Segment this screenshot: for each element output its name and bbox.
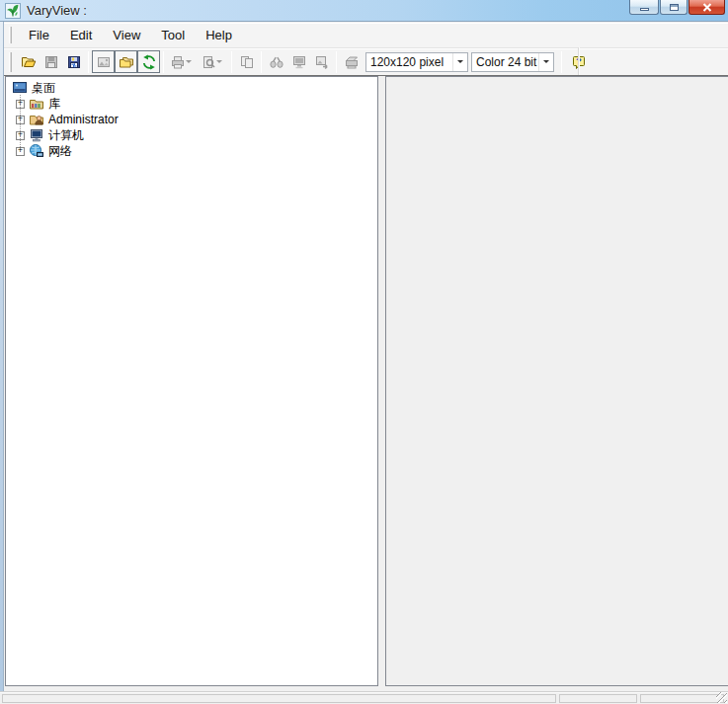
network-icon [29,143,44,159]
menu-bar: File Edit View Tool Help [4,23,728,47]
tree-item-libraries[interactable]: + 库 [6,96,377,112]
print-preview-button[interactable] [198,50,228,74]
window-controls [628,0,725,15]
binoculars-icon [269,54,284,70]
tree-label-libraries: 库 [48,96,60,113]
maximize-icon [670,4,679,11]
toolbar: 120x120 pixel Color 24 bit ? [4,47,728,75]
tree-connector-line [20,95,21,151]
libraries-icon [29,96,44,112]
tree-item-desktop[interactable]: 桌面 [6,80,377,96]
print-dropdown-arrow[interactable] [186,60,192,66]
toolbar-separator [163,51,164,73]
content-panel [385,76,728,686]
scanner-icon [344,54,360,70]
folder-view-button[interactable] [115,50,137,73]
print-icon [170,54,186,70]
resize-grip[interactable] [716,692,727,703]
tree-label-computer: 计算机 [48,127,84,144]
print-button[interactable] [167,50,198,74]
tree-label-administrator: Administrator [48,113,119,126]
toolbar-separator [336,51,337,73]
toolbar-separator [261,51,262,73]
print-preview-dropdown-arrow[interactable] [216,60,222,66]
toolbar-band-edge [578,47,580,75]
status-bar [0,691,728,704]
thumbnail-view-button[interactable] [92,50,115,73]
minimize-icon [640,8,649,11]
close-icon [702,3,712,12]
titlebar[interactable]: VaryView : [0,0,728,22]
save-all-disk-icon [66,54,82,70]
status-pane-secondary [559,694,637,703]
export-image-icon [314,54,330,70]
folders-icon [119,54,134,70]
save-all-button[interactable] [62,50,85,74]
panel-splitter[interactable] [378,76,385,686]
toolbar-separator [561,51,562,73]
copy-button[interactable] [235,50,258,74]
maximize-button[interactable] [660,0,688,15]
thumbnail-view-icon [96,54,112,70]
open-folder-icon [21,54,37,70]
image-size-combobox[interactable]: 120x120 pixel [365,52,468,72]
refresh-button[interactable] [137,50,160,73]
find-button[interactable] [265,50,287,74]
menu-help[interactable]: Help [197,25,241,45]
window-title: VaryView : [27,3,87,18]
save-disk-icon [43,54,59,70]
status-pane-tertiary [640,694,724,703]
minimize-button[interactable] [629,0,659,15]
folder-tree-panel: 桌面 + 库 + [5,76,378,686]
menubar-gripper[interactable] [9,27,12,43]
tree-label-network: 网络 [48,143,72,160]
menu-view[interactable]: View [104,25,149,45]
color-depth-dropdown-button[interactable] [538,53,553,71]
tree-item-network[interactable]: + 网络 [6,143,377,159]
user-folder-icon [29,112,44,127]
desktop-icon [12,80,28,96]
copy-icon [239,54,255,70]
chevron-down-icon [543,60,549,66]
tree-label-desktop: 桌面 [32,80,55,97]
monitor-icon [291,54,307,70]
client-area: 桌面 + 库 + [4,75,728,691]
varyview-window: VaryView : File Edit View Tool Help [0,0,728,704]
tree-item-computer[interactable]: + 计算机 [6,127,377,143]
computer-icon [29,127,44,143]
app-logo-icon [5,3,21,19]
close-button[interactable] [688,0,725,15]
toolbar-separator [231,51,232,73]
image-size-value: 120x120 pixel [366,55,452,69]
open-button[interactable] [17,50,40,74]
refresh-icon [141,54,157,70]
status-pane-message [2,694,556,703]
image-size-dropdown-button[interactable] [452,53,467,71]
export-image-button[interactable] [310,50,333,74]
menu-tool[interactable]: Tool [152,25,194,45]
display-button[interactable] [287,50,310,74]
color-depth-combobox[interactable]: Color 24 bit [471,52,554,72]
toolbar-gripper[interactable] [9,52,12,72]
save-button[interactable] [40,50,62,74]
print-preview-icon [201,54,216,70]
chevron-down-icon [457,60,463,66]
menu-edit[interactable]: Edit [61,25,101,45]
tree-item-administrator[interactable]: + Administrator [6,112,377,127]
menu-file[interactable]: File [20,25,58,45]
color-depth-value: Color 24 bit [472,55,538,69]
toolbar-separator [88,51,89,73]
folder-tree: 桌面 + 库 + [6,77,377,159]
acquire-button[interactable] [340,50,363,74]
